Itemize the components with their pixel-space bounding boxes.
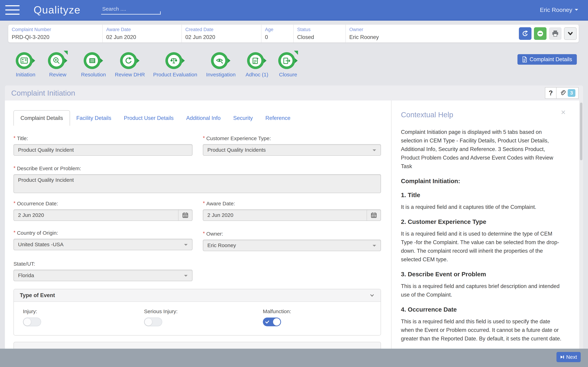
required-mark: * bbox=[13, 200, 16, 206]
workflow-step-investigation[interactable]: Investigation bbox=[206, 50, 235, 78]
workflow-step-closure[interactable]: Closure bbox=[278, 50, 298, 78]
printer-icon bbox=[551, 30, 559, 37]
aware-date-input[interactable]: 2 Jun 2020 bbox=[203, 209, 381, 221]
toggle-knob bbox=[145, 318, 152, 326]
initiation-step-icon bbox=[15, 50, 36, 70]
serious-injury-toggle[interactable] bbox=[144, 317, 162, 326]
top-navbar: Qualityze Eric Rooney bbox=[0, 0, 588, 21]
type-of-event-header[interactable]: Type of Event bbox=[14, 289, 381, 302]
section-header-actions: ? 3 bbox=[545, 87, 579, 99]
hamburger-menu-icon[interactable] bbox=[5, 2, 20, 18]
occurrence-date-value: 2 Jun 2020 bbox=[14, 212, 178, 218]
action-footer: Next bbox=[0, 349, 588, 367]
tab-facility-details[interactable]: Facility Details bbox=[70, 111, 118, 126]
help-scrollbar[interactable] bbox=[579, 100, 583, 367]
required-mark: * bbox=[203, 230, 205, 236]
complaint-details-button[interactable]: Complaint Details bbox=[518, 54, 577, 65]
summary-field-owner: Owner Eric Rooney bbox=[346, 25, 423, 42]
tab-complaint-details[interactable]: Complaint Details bbox=[13, 110, 70, 126]
next-button-label: Next bbox=[566, 354, 577, 360]
cem-type-value: Product Quality Incidents bbox=[207, 147, 266, 153]
chevron-down-icon bbox=[567, 30, 574, 37]
help-panel-title: Contextual Help bbox=[401, 111, 453, 119]
country-value: United States -USA bbox=[18, 242, 63, 248]
field-occurrence-date: *Occurrence Date: 2 Jun 2020 bbox=[13, 201, 192, 221]
global-search bbox=[101, 5, 160, 15]
more-actions-button[interactable] bbox=[564, 27, 577, 40]
field-state-ut: State/UT: Florida bbox=[13, 261, 192, 281]
toggle-knob bbox=[273, 318, 280, 325]
calendar-icon bbox=[182, 212, 189, 218]
help-text: This is a required field and this field … bbox=[401, 317, 564, 343]
toggle-group-serious-injury: Serious Injury: bbox=[144, 309, 178, 326]
help-subtitle: Complaint Initiation: bbox=[401, 178, 564, 184]
help-panel-body: Complaint Initiation page is displayed w… bbox=[401, 128, 564, 367]
owner-select[interactable]: Eric Rooney bbox=[203, 240, 381, 251]
injury-label: Injury: bbox=[23, 309, 41, 314]
field-owner: *Owner: Eric Rooney bbox=[203, 231, 381, 251]
country-label: Country of Origin: bbox=[17, 230, 58, 236]
title-input[interactable] bbox=[13, 144, 192, 156]
required-mark: * bbox=[13, 165, 16, 171]
tab-reference[interactable]: Reference bbox=[259, 111, 297, 126]
injury-toggle[interactable] bbox=[23, 317, 41, 326]
qualityze-app: Qualityze Eric Rooney Complaint Number P… bbox=[0, 0, 588, 367]
workflow-step-review[interactable]: Review bbox=[47, 50, 68, 78]
void-button[interactable] bbox=[534, 27, 546, 40]
skip-next-icon bbox=[560, 355, 564, 359]
minus-circle-icon bbox=[536, 29, 545, 38]
required-mark: * bbox=[13, 135, 16, 141]
state-select[interactable]: Florida bbox=[13, 270, 192, 281]
summary-field-complaint-number: Complaint Number PRD-QI-3-2020 bbox=[8, 25, 102, 42]
next-button[interactable]: Next bbox=[556, 352, 581, 362]
main-content: Complaint Details Facility Details Produ… bbox=[5, 100, 583, 367]
select-caret-icon bbox=[184, 275, 188, 278]
calendar-button[interactable] bbox=[178, 210, 192, 221]
cem-type-select[interactable]: Product Quality Incidents bbox=[203, 144, 381, 156]
serious-injury-label: Serious Injury: bbox=[144, 309, 178, 314]
occurrence-date-input[interactable]: 2 Jun 2020 bbox=[13, 209, 192, 221]
attachments-button[interactable]: 3 bbox=[556, 87, 579, 99]
tab-security[interactable]: Security bbox=[227, 111, 259, 126]
workflow-step-product-evaluation[interactable]: Product Evaluation bbox=[153, 50, 197, 78]
collapse-chevron-icon bbox=[369, 293, 375, 298]
calendar-button[interactable] bbox=[367, 210, 381, 221]
resolution-step-icon bbox=[83, 50, 104, 70]
chevron-down-icon bbox=[575, 9, 578, 12]
country-select[interactable]: United States -USA bbox=[13, 239, 192, 250]
close-icon[interactable]: × bbox=[561, 108, 566, 116]
field-country-of-origin: *Country of Origin: United States -USA bbox=[13, 230, 192, 250]
contextual-help-button[interactable]: ? bbox=[545, 87, 556, 99]
workflow-steps: Initiation Review Resolution bbox=[0, 50, 588, 81]
occurrence-date-label: Occurrence Date: bbox=[17, 201, 58, 206]
search-input[interactable] bbox=[101, 5, 160, 15]
describe-label: Describe Event or Problem: bbox=[17, 166, 81, 171]
required-mark: * bbox=[203, 200, 205, 206]
history-button[interactable] bbox=[519, 27, 531, 40]
workflow-step-resolution[interactable]: Resolution bbox=[81, 50, 106, 78]
scrollbar-thumb[interactable] bbox=[580, 103, 582, 160]
check-icon bbox=[265, 320, 269, 324]
owner-label: Owner: bbox=[206, 231, 223, 237]
required-mark: * bbox=[203, 135, 205, 141]
workflow-step-review-dhr[interactable]: Review DHR bbox=[115, 50, 145, 78]
contextual-help-panel: Contextual Help × Complaint Initiation p… bbox=[391, 100, 583, 367]
select-caret-icon bbox=[184, 244, 188, 248]
cem-type-label: Customer Experience Type: bbox=[206, 135, 271, 141]
section-header: Complaint Initiation ? 3 bbox=[5, 85, 583, 100]
malfunction-toggle[interactable] bbox=[263, 317, 281, 326]
tab-product-user-details[interactable]: Product User Details bbox=[118, 111, 180, 126]
print-button[interactable] bbox=[549, 27, 562, 40]
tab-bar: Complaint Details Facility Details Produ… bbox=[13, 110, 297, 126]
summary-field-status: Status Closed bbox=[293, 25, 346, 42]
toggle-knob bbox=[24, 318, 31, 326]
tab-additional-info[interactable]: Additional Info bbox=[180, 111, 227, 126]
aware-date-label: Aware Date: bbox=[206, 201, 235, 206]
help-heading: 2. Customer Experience Type bbox=[401, 218, 564, 225]
workflow-step-initiation[interactable]: Initiation bbox=[15, 50, 36, 78]
help-heading: 1. Title bbox=[401, 192, 564, 199]
search-underline-tick bbox=[160, 11, 161, 15]
workflow-step-adhoc[interactable]: Adhoc (1) bbox=[245, 50, 268, 78]
user-menu[interactable]: Eric Rooney bbox=[540, 7, 578, 13]
describe-textarea[interactable]: Product Quality Incident bbox=[13, 174, 381, 193]
